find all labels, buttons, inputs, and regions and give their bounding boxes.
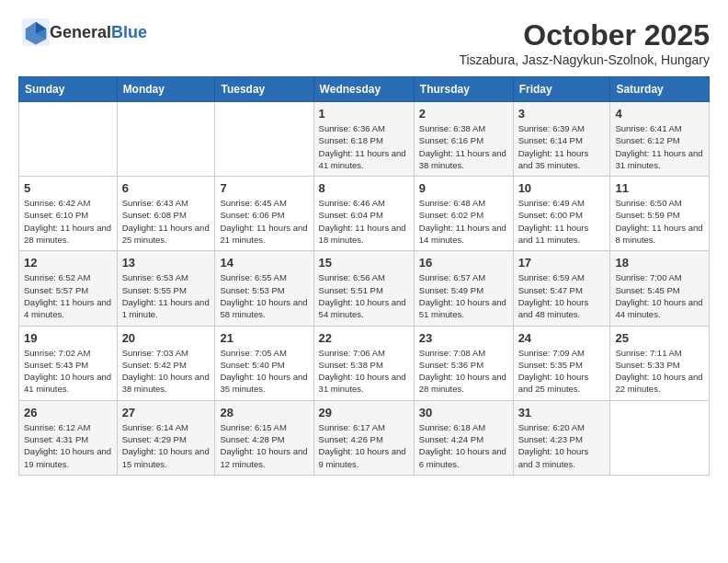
day-info: Sunrise: 6:41 AM Sunset: 6:12 PM Dayligh…	[615, 122, 704, 171]
calendar-cell	[19, 102, 118, 177]
day-info: Sunrise: 6:39 AM Sunset: 6:14 PM Dayligh…	[518, 122, 606, 171]
subtitle: Tiszabura, Jasz-Nagykun-Szolnok, Hungary	[459, 52, 710, 67]
day-number: 3	[518, 107, 606, 121]
calendar-cell: 14Sunrise: 6:55 AM Sunset: 5:53 PM Dayli…	[215, 251, 313, 326]
calendar-cell: 16Sunrise: 6:57 AM Sunset: 5:49 PM Dayli…	[414, 251, 513, 326]
day-info: Sunrise: 6:48 AM Sunset: 6:02 PM Dayligh…	[419, 197, 508, 246]
day-info: Sunrise: 6:53 AM Sunset: 5:55 PM Dayligh…	[122, 271, 210, 320]
day-number: 18	[615, 256, 704, 270]
day-number: 9	[419, 181, 508, 195]
calendar-cell: 5Sunrise: 6:42 AM Sunset: 6:10 PM Daylig…	[19, 177, 118, 251]
day-number: 16	[419, 256, 508, 270]
calendar-cell: 8Sunrise: 6:46 AM Sunset: 6:04 PM Daylig…	[313, 177, 414, 251]
day-info: Sunrise: 6:36 AM Sunset: 6:18 PM Dayligh…	[319, 122, 409, 171]
calendar-cell: 10Sunrise: 6:49 AM Sunset: 6:00 PM Dayli…	[513, 177, 610, 251]
day-number: 5	[24, 181, 112, 195]
calendar-cell	[610, 400, 710, 475]
day-number: 30	[419, 406, 508, 419]
title-block: October 2025 Tiszabura, Jasz-Nagykun-Szo…	[459, 18, 710, 67]
day-number: 26	[24, 406, 112, 419]
calendar-cell	[215, 102, 313, 177]
day-info: Sunrise: 7:00 AM Sunset: 5:45 PM Dayligh…	[615, 271, 704, 320]
calendar-cell: 11Sunrise: 6:50 AM Sunset: 5:59 PM Dayli…	[610, 177, 710, 251]
day-info: Sunrise: 7:03 AM Sunset: 5:42 PM Dayligh…	[122, 347, 210, 396]
logo-text: GeneralBlue	[50, 23, 147, 42]
day-number: 10	[518, 181, 606, 195]
day-number: 4	[615, 107, 704, 121]
day-info: Sunrise: 6:52 AM Sunset: 5:57 PM Dayligh…	[24, 271, 112, 320]
calendar-cell: 21Sunrise: 7:05 AM Sunset: 5:40 PM Dayli…	[215, 326, 313, 400]
day-number: 11	[615, 181, 704, 195]
day-number: 21	[220, 331, 308, 345]
calendar-cell: 3Sunrise: 6:39 AM Sunset: 6:14 PM Daylig…	[513, 102, 610, 177]
day-info: Sunrise: 6:20 AM Sunset: 4:23 PM Dayligh…	[518, 421, 606, 470]
day-number: 7	[220, 181, 308, 195]
calendar-week-row: 19Sunrise: 7:02 AM Sunset: 5:43 PM Dayli…	[19, 326, 710, 400]
calendar-cell: 22Sunrise: 7:06 AM Sunset: 5:38 PM Dayli…	[313, 326, 414, 400]
day-info: Sunrise: 6:55 AM Sunset: 5:53 PM Dayligh…	[220, 271, 308, 320]
day-number: 6	[122, 181, 210, 195]
day-info: Sunrise: 7:11 AM Sunset: 5:33 PM Dayligh…	[615, 347, 704, 396]
day-number: 27	[122, 406, 210, 419]
calendar-cell: 20Sunrise: 7:03 AM Sunset: 5:42 PM Dayli…	[117, 326, 215, 400]
calendar-cell: 19Sunrise: 7:02 AM Sunset: 5:43 PM Dayli…	[19, 326, 118, 400]
day-number: 23	[419, 331, 508, 345]
calendar-cell: 9Sunrise: 6:48 AM Sunset: 6:02 PM Daylig…	[414, 177, 513, 251]
month-title: October 2025	[459, 18, 710, 52]
calendar-cell: 28Sunrise: 6:15 AM Sunset: 4:28 PM Dayli…	[215, 400, 313, 475]
day-info: Sunrise: 6:59 AM Sunset: 5:47 PM Dayligh…	[518, 271, 606, 320]
day-number: 15	[319, 256, 409, 270]
calendar-week-row: 26Sunrise: 6:12 AM Sunset: 4:31 PM Dayli…	[19, 400, 710, 475]
day-info: Sunrise: 7:02 AM Sunset: 5:43 PM Dayligh…	[24, 347, 112, 396]
day-number: 19	[24, 331, 112, 345]
day-number: 28	[220, 406, 308, 419]
calendar-cell: 15Sunrise: 6:56 AM Sunset: 5:51 PM Dayli…	[313, 251, 414, 326]
weekday-header-saturday: Saturday	[610, 77, 710, 102]
day-info: Sunrise: 6:43 AM Sunset: 6:08 PM Dayligh…	[122, 197, 210, 246]
weekday-header-wednesday: Wednesday	[313, 77, 414, 102]
day-number: 24	[518, 331, 606, 345]
day-info: Sunrise: 6:46 AM Sunset: 6:04 PM Dayligh…	[319, 197, 409, 246]
day-number: 1	[319, 107, 409, 121]
day-number: 13	[122, 256, 210, 270]
calendar-cell: 18Sunrise: 7:00 AM Sunset: 5:45 PM Dayli…	[610, 251, 710, 326]
day-number: 22	[319, 331, 409, 345]
day-info: Sunrise: 7:06 AM Sunset: 5:38 PM Dayligh…	[319, 347, 409, 396]
logo: GeneralBlue	[18, 18, 147, 46]
calendar-cell: 2Sunrise: 6:38 AM Sunset: 6:16 PM Daylig…	[414, 102, 513, 177]
day-info: Sunrise: 6:45 AM Sunset: 6:06 PM Dayligh…	[220, 197, 308, 246]
calendar-week-row: 1Sunrise: 6:36 AM Sunset: 6:18 PM Daylig…	[19, 102, 710, 177]
weekday-header-thursday: Thursday	[414, 77, 513, 102]
calendar-cell: 6Sunrise: 6:43 AM Sunset: 6:08 PM Daylig…	[117, 177, 215, 251]
day-info: Sunrise: 6:18 AM Sunset: 4:24 PM Dayligh…	[419, 421, 508, 470]
calendar-cell: 26Sunrise: 6:12 AM Sunset: 4:31 PM Dayli…	[19, 400, 118, 475]
weekday-header-tuesday: Tuesday	[215, 77, 313, 102]
calendar-week-row: 5Sunrise: 6:42 AM Sunset: 6:10 PM Daylig…	[19, 177, 710, 251]
day-info: Sunrise: 6:38 AM Sunset: 6:16 PM Dayligh…	[419, 122, 508, 171]
day-info: Sunrise: 6:15 AM Sunset: 4:28 PM Dayligh…	[220, 421, 308, 470]
day-number: 17	[518, 256, 606, 270]
calendar-cell: 12Sunrise: 6:52 AM Sunset: 5:57 PM Dayli…	[19, 251, 118, 326]
calendar-cell: 13Sunrise: 6:53 AM Sunset: 5:55 PM Dayli…	[117, 251, 215, 326]
logo-blue: Blue	[111, 23, 147, 41]
day-info: Sunrise: 7:09 AM Sunset: 5:35 PM Dayligh…	[518, 347, 606, 396]
day-info: Sunrise: 6:17 AM Sunset: 4:26 PM Dayligh…	[319, 421, 409, 470]
calendar-cell: 17Sunrise: 6:59 AM Sunset: 5:47 PM Dayli…	[513, 251, 610, 326]
calendar-cell: 24Sunrise: 7:09 AM Sunset: 5:35 PM Dayli…	[513, 326, 610, 400]
day-info: Sunrise: 6:50 AM Sunset: 5:59 PM Dayligh…	[615, 197, 704, 246]
calendar-cell: 7Sunrise: 6:45 AM Sunset: 6:06 PM Daylig…	[215, 177, 313, 251]
calendar-cell: 1Sunrise: 6:36 AM Sunset: 6:18 PM Daylig…	[313, 102, 414, 177]
day-info: Sunrise: 6:14 AM Sunset: 4:29 PM Dayligh…	[122, 421, 210, 470]
day-info: Sunrise: 6:12 AM Sunset: 4:31 PM Dayligh…	[24, 421, 112, 470]
calendar-cell: 27Sunrise: 6:14 AM Sunset: 4:29 PM Dayli…	[117, 400, 215, 475]
day-info: Sunrise: 6:42 AM Sunset: 6:10 PM Dayligh…	[24, 197, 112, 246]
day-info: Sunrise: 7:08 AM Sunset: 5:36 PM Dayligh…	[419, 347, 508, 396]
calendar-week-row: 12Sunrise: 6:52 AM Sunset: 5:57 PM Dayli…	[19, 251, 710, 326]
day-number: 20	[122, 331, 210, 345]
day-number: 14	[220, 256, 308, 270]
calendar-table: SundayMondayTuesdayWednesdayThursdayFrid…	[18, 76, 710, 476]
calendar-cell: 25Sunrise: 7:11 AM Sunset: 5:33 PM Dayli…	[610, 326, 710, 400]
calendar-cell: 4Sunrise: 6:41 AM Sunset: 6:12 PM Daylig…	[610, 102, 710, 177]
calendar-cell: 29Sunrise: 6:17 AM Sunset: 4:26 PM Dayli…	[313, 400, 414, 475]
day-number: 12	[24, 256, 112, 270]
